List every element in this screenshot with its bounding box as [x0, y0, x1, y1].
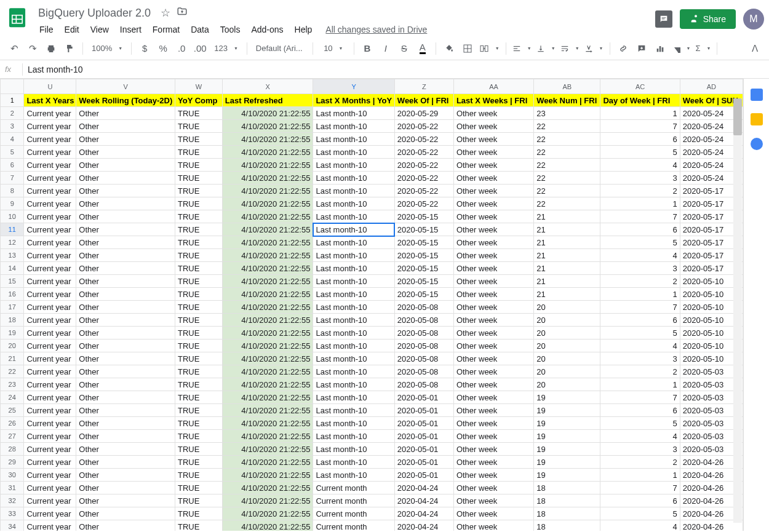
cell[interactable]: Other [76, 417, 175, 430]
cell[interactable]: 22 [534, 159, 600, 172]
cell[interactable]: 4/10/2020 21:22:55 [222, 275, 313, 288]
menu-edit[interactable]: Edit [60, 22, 84, 37]
cell[interactable]: Other week [453, 417, 533, 430]
cell[interactable]: Other week [453, 327, 533, 339]
cell[interactable]: Last month-10 [313, 236, 394, 249]
cell[interactable]: TRUE [175, 236, 223, 249]
cell[interactable]: 22 [534, 120, 600, 133]
cell[interactable]: Last month-10 [313, 314, 394, 327]
cell[interactable]: 20 [534, 314, 600, 327]
cell[interactable]: TRUE [175, 352, 223, 365]
cell[interactable]: 2020-05-22 [394, 120, 453, 133]
row-header[interactable]: 25 [1, 404, 24, 417]
cell[interactable]: Other week [453, 482, 533, 494]
cell[interactable]: 19 [534, 404, 600, 417]
cell[interactable]: 18 [534, 494, 600, 507]
cell[interactable]: TRUE [175, 172, 223, 185]
cell[interactable]: Current year [24, 456, 76, 469]
cell[interactable]: 2020-05-15 [394, 210, 453, 223]
cell[interactable]: 2020-05-08 [394, 301, 453, 314]
cell[interactable]: TRUE [175, 107, 223, 120]
format-select[interactable]: 123 [210, 42, 242, 54]
row-header[interactable]: 30 [1, 469, 24, 482]
cell[interactable]: Last month-10 [313, 288, 394, 301]
cell[interactable]: 4/10/2020 21:22:55 [222, 494, 313, 507]
menu-view[interactable]: View [86, 22, 114, 37]
row-header[interactable]: 22 [1, 365, 24, 378]
cell[interactable]: Current year [24, 314, 76, 327]
cell[interactable]: Other [76, 482, 175, 494]
cell[interactable]: TRUE [175, 133, 223, 146]
cell[interactable]: 4 [600, 339, 680, 352]
cell[interactable]: Last month-10 [313, 378, 394, 391]
cell[interactable]: 21 [534, 223, 600, 236]
cell[interactable]: TRUE [175, 327, 223, 339]
cell[interactable]: Other week [453, 107, 533, 120]
cell[interactable]: Other [76, 223, 175, 236]
cell[interactable]: 4/10/2020 21:22:55 [222, 520, 313, 531]
document-title[interactable]: BigQuery Uploader 2.0 [34, 6, 154, 21]
cell[interactable]: Current year [24, 236, 76, 249]
cell[interactable]: TRUE [175, 159, 223, 172]
cell[interactable]: 7 [600, 301, 680, 314]
cell[interactable]: 2020-05-22 [394, 159, 453, 172]
cell[interactable]: Other [76, 314, 175, 327]
cell[interactable]: 4/10/2020 21:22:55 [222, 507, 313, 520]
fill-color-icon[interactable] [441, 41, 457, 57]
cell[interactable]: 6 [600, 133, 680, 146]
functions-icon[interactable]: Σ [694, 42, 712, 54]
cell[interactable]: Other [76, 288, 175, 301]
cell[interactable]: 2020-05-22 [394, 197, 453, 210]
cell[interactable]: 4/10/2020 21:22:55 [222, 262, 313, 275]
cell[interactable]: 4/10/2020 21:22:55 [222, 146, 313, 159]
bold-icon[interactable]: B [359, 41, 375, 57]
move-to-folder-icon[interactable] [177, 6, 188, 20]
cell[interactable]: 4/10/2020 21:22:55 [222, 352, 313, 365]
cell[interactable]: 3 [600, 172, 680, 185]
header-cell[interactable]: Day of Week | FRI [600, 94, 680, 107]
paint-format-icon[interactable] [62, 41, 78, 57]
cell[interactable]: Other week [453, 378, 533, 391]
cell[interactable]: 19 [534, 469, 600, 482]
cell[interactable]: 19 [534, 456, 600, 469]
cell[interactable]: Other [76, 378, 175, 391]
cell[interactable]: 19 [534, 391, 600, 404]
cell[interactable]: 22 [534, 197, 600, 210]
merge-cells-icon[interactable] [478, 42, 501, 55]
sheets-logo-icon[interactable] [5, 5, 30, 30]
menu-help[interactable]: Help [290, 22, 317, 37]
cell[interactable]: 1 [600, 378, 680, 391]
cell[interactable]: Other [76, 327, 175, 339]
cell[interactable]: 4 [600, 249, 680, 262]
cell[interactable]: 4/10/2020 21:22:55 [222, 327, 313, 339]
row-header[interactable]: 28 [1, 443, 24, 456]
tasks-icon[interactable] [751, 138, 763, 150]
column-header-U[interactable]: U [24, 79, 76, 94]
cell[interactable]: Other [76, 197, 175, 210]
cell[interactable]: Other [76, 365, 175, 378]
cell[interactable]: Other [76, 520, 175, 531]
cell[interactable]: 2020-05-22 [394, 185, 453, 197]
cell[interactable]: 2020-04-24 [394, 507, 453, 520]
cell[interactable]: 2020-05-15 [394, 223, 453, 236]
cell[interactable]: 2020-05-08 [394, 339, 453, 352]
cell[interactable]: 2020-05-22 [394, 172, 453, 185]
cell[interactable]: Other [76, 262, 175, 275]
row-header[interactable]: 34 [1, 520, 24, 531]
cell[interactable]: Other [76, 275, 175, 288]
cell[interactable]: Other week [453, 288, 533, 301]
cell[interactable]: Other [76, 301, 175, 314]
cell[interactable]: 4/10/2020 21:22:55 [222, 378, 313, 391]
cell[interactable]: Other week [453, 404, 533, 417]
cell[interactable]: Current year [24, 378, 76, 391]
cell[interactable]: 22 [534, 146, 600, 159]
cell[interactable]: Last month-10 [313, 133, 394, 146]
cell[interactable]: TRUE [175, 197, 223, 210]
cell[interactable]: Other [76, 352, 175, 365]
cell[interactable]: 22 [534, 133, 600, 146]
cell[interactable]: TRUE [175, 507, 223, 520]
cell[interactable]: 5 [600, 507, 680, 520]
collapse-toolbar-icon[interactable]: ᐱ [747, 41, 763, 57]
cell[interactable]: Last month-10 [313, 391, 394, 404]
cell[interactable]: 23 [534, 107, 600, 120]
